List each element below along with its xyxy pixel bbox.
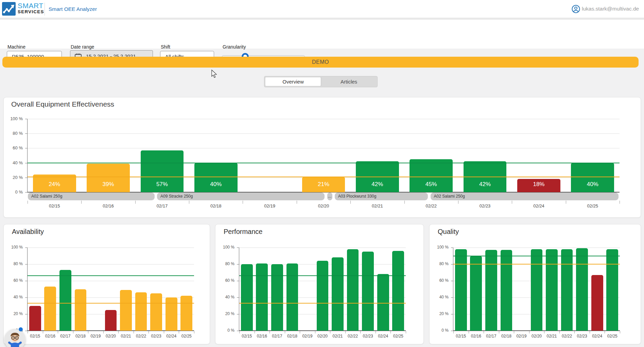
tab-overview[interactable]: Overview: [265, 77, 321, 86]
bar-value-label: 42%: [458, 181, 512, 188]
bar-02/18[interactable]: [286, 263, 298, 331]
article-segment[interactable]: ...: [327, 193, 332, 200]
x-axis-label: 02/15: [239, 334, 255, 339]
bar-value-label: 18%: [512, 181, 565, 188]
threshold-line-green: [28, 163, 620, 163]
y-axis-tick: [25, 192, 28, 193]
performance-card: Performance 100 %80 %60 %40 %20 %0 %02/1…: [215, 224, 424, 344]
x-axis-label: 02/15: [28, 334, 43, 339]
bar-02/24[interactable]: [591, 275, 603, 331]
y-axis-tick-label: 100 %: [215, 245, 234, 250]
y-axis-tick-label: 60 %: [215, 278, 234, 283]
article-segment[interactable]: A09 Stracke 250g: [157, 193, 325, 200]
bar-02/24[interactable]: [166, 297, 177, 331]
x-axis-label: 02/24: [590, 334, 605, 339]
user-email[interactable]: lukas.stark@multivac.de: [582, 6, 639, 12]
bar-02/15[interactable]: [29, 306, 41, 331]
y-axis-tick-label: 40 %: [3, 160, 23, 165]
bar-02/22[interactable]: [347, 249, 359, 331]
bar-02/20[interactable]: [105, 310, 117, 331]
user-account-icon[interactable]: [572, 5, 580, 15]
assistant-notification-dot: [19, 327, 23, 331]
x-axis-label: 02/18: [189, 203, 243, 208]
x-axis-tick: [574, 331, 575, 333]
assistant-avatar[interactable]: [4, 329, 25, 347]
bar-02/18[interactable]: [75, 289, 87, 331]
availability-chart: 100 %80 %60 %40 %20 %0 %02/1502/1602/170…: [4, 224, 210, 344]
bar-02/15[interactable]: [455, 249, 467, 331]
demo-banner: DEMO: [2, 57, 639, 68]
bar-02/25[interactable]: [606, 249, 618, 331]
gridline: [28, 119, 620, 119]
y-axis-tick-label: 80 %: [3, 131, 23, 136]
bar-02/16[interactable]: [44, 287, 56, 331]
bar-02/16[interactable]: [256, 263, 268, 331]
y-axis-tick-label: 100 %: [3, 245, 23, 250]
bar-02/18[interactable]: [194, 163, 238, 192]
app-title: Smart OEE Analyzer: [49, 6, 97, 12]
article-segment[interactable]: A02 Salami 250g: [28, 193, 155, 200]
oee-chart: 100 %80 %60 %40 %20 %0 %24%39%57%40%21%4…: [4, 97, 641, 217]
bar-02/17[interactable]: [271, 264, 283, 331]
x-axis-tick: [269, 331, 270, 333]
bar-02/21[interactable]: [332, 257, 344, 331]
bar-value-label: 57%: [135, 181, 189, 188]
bar-02/17[interactable]: [59, 270, 71, 331]
x-axis-label: 02/25: [566, 203, 620, 208]
smart-services-logo-icon[interactable]: [2, 2, 16, 16]
bar-02/21[interactable]: [120, 290, 132, 331]
bar-02/16[interactable]: [470, 256, 482, 331]
bar-02/23[interactable]: [362, 252, 374, 331]
y-axis-tick-label: 60 %: [429, 278, 449, 283]
bar-02/22[interactable]: [135, 292, 147, 331]
x-axis-label: 02/23: [360, 334, 376, 339]
x-axis-tick: [255, 331, 255, 333]
x-axis-label: 02/15: [453, 334, 469, 339]
x-axis-tick: [315, 331, 315, 333]
x-axis-tick: [164, 331, 164, 333]
x-axis-label: 02/18: [285, 334, 300, 339]
threshold-line-orange: [28, 177, 620, 177]
x-axis-label: 02/19: [514, 334, 529, 339]
oee-card: Overall Equipment Effectiveness 100 %80 …: [3, 97, 641, 218]
gridline: [239, 248, 406, 248]
bar-02/24[interactable]: [377, 274, 389, 331]
x-axis-label: 02/17: [484, 334, 499, 339]
tab-articles[interactable]: Articles: [321, 77, 377, 86]
y-axis-tick-label: 20 %: [3, 175, 23, 180]
bar-02/18[interactable]: [501, 250, 512, 331]
x-axis-tick: [590, 331, 590, 333]
bar-02/25[interactable]: [180, 296, 192, 331]
x-axis-label: 02/25: [605, 334, 620, 339]
y-axis-tick-label: 100 %: [3, 116, 23, 121]
machine-label: Machine: [7, 44, 25, 50]
smart-oee-analyzer-app: SMART SERVICES Smart OEE Analyzer lukas.…: [0, 0, 644, 347]
bar-value-label: 40%: [189, 181, 243, 188]
bar-02/25[interactable]: [392, 251, 404, 331]
bar-02/20[interactable]: [317, 261, 329, 331]
x-axis-tick: [360, 331, 361, 333]
y-axis-tick-label: 80 %: [215, 261, 234, 266]
bar-02/21[interactable]: [546, 249, 558, 331]
bar-02/15[interactable]: [241, 264, 253, 331]
bar-02/16[interactable]: [87, 164, 130, 192]
gridline: [28, 148, 620, 148]
logo-text-services: SERVICES: [18, 9, 44, 14]
y-axis-tick-label: 40 %: [3, 295, 23, 299]
bar-02/20[interactable]: [531, 249, 543, 331]
bar-02/23[interactable]: [576, 248, 588, 331]
x-axis-label: 02/21: [544, 334, 559, 339]
x-axis-label: 02/16: [255, 334, 270, 339]
y-axis-line: [27, 248, 28, 331]
x-axis-label: 02/15: [28, 203, 81, 208]
article-segment[interactable]: A02 Salami 250g: [431, 193, 619, 200]
bar-02/25[interactable]: [571, 163, 614, 192]
x-axis-tick: [453, 331, 454, 333]
article-segment[interactable]: A03 Plockwurst 330g: [335, 193, 428, 200]
bar-02/22[interactable]: [561, 249, 573, 331]
gridline: [28, 133, 620, 134]
bar-02/17[interactable]: [485, 250, 497, 331]
bar-02/23[interactable]: [150, 293, 162, 331]
threshold-line-green: [239, 275, 406, 276]
bar-value-label: 21%: [297, 181, 350, 188]
